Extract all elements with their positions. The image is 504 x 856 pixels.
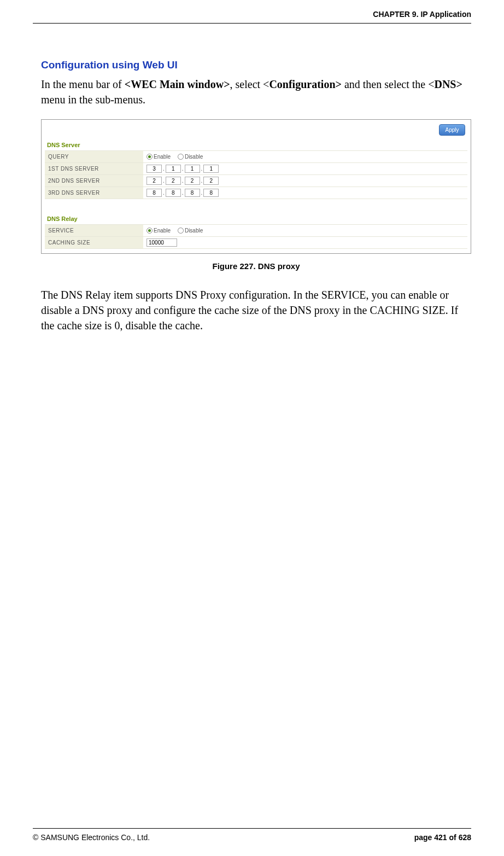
- content-area: Configuration using Web UI In the menu b…: [41, 59, 471, 333]
- intro-text: menu in the sub-menus.: [41, 94, 145, 106]
- enable-label: Enable: [154, 228, 171, 234]
- ip-octet-input[interactable]: 1: [185, 165, 200, 173]
- second-dns-label: 2ND DNS SERVER: [45, 175, 143, 187]
- ip-octet-input[interactable]: 2: [146, 177, 162, 185]
- intro-text: , select <: [230, 78, 269, 90]
- second-dns-value: 2.2.2.2: [143, 175, 467, 187]
- ip-separator: .: [201, 190, 203, 196]
- dns-relay-section-label: DNS Relay: [47, 216, 467, 222]
- service-value: Enable Disable: [143, 225, 467, 237]
- configuration-ref: Configuration>: [269, 78, 342, 90]
- footer-page-number: page 421 of 628: [414, 833, 471, 842]
- caching-size-label: CACHING SIZE: [45, 237, 143, 249]
- page-header: CHAPTER 9. IP Application: [373, 10, 471, 19]
- ip-octet-input[interactable]: 2: [185, 177, 200, 185]
- ip-separator: .: [201, 166, 203, 172]
- ip-octet-input[interactable]: 3: [146, 165, 162, 173]
- radio-enable-icon[interactable]: [146, 154, 153, 160]
- third-dns-label: 3RD DNS SERVER: [45, 187, 143, 199]
- intro-text: In the menu bar of: [41, 78, 125, 90]
- body-paragraph: The DNS Relay item supports DNS Proxy co…: [41, 287, 471, 333]
- ip-separator: .: [163, 190, 165, 196]
- radio-disable-icon[interactable]: [178, 154, 184, 160]
- caching-size-value: 10000: [143, 237, 467, 249]
- first-dns-value: 3.1.1.1: [143, 163, 467, 175]
- service-label: SERVICE: [45, 225, 143, 237]
- table-row: CACHING SIZE 10000: [45, 237, 467, 249]
- table-row: 3RD DNS SERVER 8.8.8.8: [45, 187, 467, 199]
- third-dns-value: 8.8.8.8: [143, 187, 467, 199]
- dns-relay-table: SERVICE Enable Disable CACHING SIZE 1000…: [45, 224, 467, 249]
- ip-octet-input[interactable]: 1: [203, 165, 219, 173]
- section-heading: Configuration using Web UI: [41, 59, 471, 71]
- disable-label: Disable: [185, 228, 203, 234]
- ip-separator: .: [163, 166, 165, 172]
- radio-disable-icon[interactable]: [178, 228, 184, 234]
- ip-separator: .: [163, 178, 165, 184]
- ip-separator: .: [182, 190, 184, 196]
- ip-octet-input[interactable]: 8: [185, 189, 200, 197]
- screenshot-frame: Apply DNS Server QUERY Enable Disable 1S…: [41, 119, 471, 254]
- radio-enable-icon[interactable]: [146, 228, 153, 234]
- table-row: SERVICE Enable Disable: [45, 225, 467, 237]
- ip-octet-input[interactable]: 2: [166, 177, 181, 185]
- ip-octet-input[interactable]: 8: [166, 189, 181, 197]
- ip-separator: .: [182, 178, 184, 184]
- first-dns-label: 1ST DNS SERVER: [45, 163, 143, 175]
- wec-main-window-ref: <WEC Main window>: [125, 78, 230, 90]
- footer-copyright: © SAMSUNG Electronics Co., Ltd.: [33, 833, 150, 842]
- intro-text: and then select the <: [342, 78, 435, 90]
- dns-server-table: QUERY Enable Disable 1ST DNS SERVER 3.1.…: [45, 150, 467, 199]
- ip-octet-input[interactable]: 1: [166, 165, 181, 173]
- dns-server-section-label: DNS Server: [47, 142, 467, 148]
- enable-label: Enable: [154, 154, 171, 160]
- ip-octet-input[interactable]: 8: [203, 189, 219, 197]
- table-row: QUERY Enable Disable: [45, 151, 467, 163]
- table-row: 2ND DNS SERVER 2.2.2.2: [45, 175, 467, 187]
- query-label: QUERY: [45, 151, 143, 163]
- intro-paragraph: In the menu bar of <WEC Main window>, se…: [41, 77, 471, 107]
- ip-separator: .: [182, 166, 184, 172]
- ip-separator: .: [201, 178, 203, 184]
- apply-button[interactable]: Apply: [439, 124, 465, 136]
- table-row: 1ST DNS SERVER 3.1.1.1: [45, 163, 467, 175]
- caching-size-input[interactable]: 10000: [146, 238, 177, 247]
- disable-label: Disable: [185, 154, 203, 160]
- footer-rule: [33, 828, 471, 829]
- query-value: Enable Disable: [143, 151, 467, 163]
- ip-octet-input[interactable]: 2: [203, 177, 219, 185]
- ip-octet-input[interactable]: 8: [146, 189, 162, 197]
- figure-caption: Figure 227. DNS proxy: [41, 261, 471, 271]
- dns-ref: DNS>: [434, 78, 462, 90]
- header-rule: [33, 23, 471, 24]
